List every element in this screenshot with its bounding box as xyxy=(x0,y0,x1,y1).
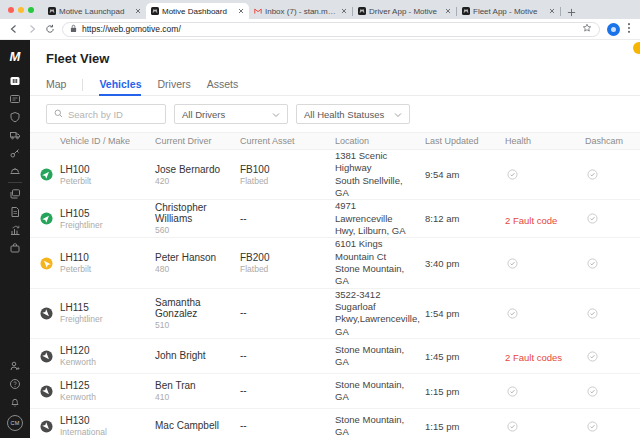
table-row[interactable]: LH100 Peterbilt Jose Bernardo 420 FB100 … xyxy=(30,150,640,200)
search-input[interactable]: Search by ID xyxy=(46,104,166,124)
sidebar-item-id-card-icon[interactable] xyxy=(9,93,21,105)
dashcam-status-icon xyxy=(585,421,640,432)
sidebar-item-truck-icon[interactable] xyxy=(9,129,21,141)
vehicle-status-icon xyxy=(40,350,60,363)
browser-menu-icon[interactable] xyxy=(627,20,631,38)
driver-name: Peter Hanson xyxy=(155,252,240,263)
tab-close-icon[interactable] xyxy=(238,8,244,14)
sidebar-item-fleet-view[interactable] xyxy=(9,75,21,87)
driver-number: 560 xyxy=(155,225,240,235)
tab-title: Motive Launchpad xyxy=(59,7,132,16)
tab-vehicles[interactable]: Vehicles xyxy=(99,75,141,96)
vehicle-make: Peterbilt xyxy=(60,264,155,274)
asset-id: -- xyxy=(240,385,335,396)
last-updated: 8:12 am xyxy=(425,213,505,224)
reload-icon[interactable] xyxy=(45,20,55,38)
table-header: Vehicle ID / Make Current Driver Current… xyxy=(30,132,640,150)
app-sidebar: M xyxy=(0,40,30,438)
window-controls xyxy=(0,0,43,19)
health-status xyxy=(505,308,585,319)
vehicle-make: Peterbilt xyxy=(60,176,155,186)
tab-close-icon[interactable] xyxy=(341,8,347,14)
last-updated: 1:54 pm xyxy=(425,308,505,319)
location: 6101 Kings Mountain CtStone Mountain, GA xyxy=(335,238,425,287)
window-close-button[interactable] xyxy=(8,7,14,13)
driver-filter-dropdown[interactable]: All Drivers xyxy=(174,104,288,124)
browser-tab-motive-launchpad[interactable]: Motive Launchpad xyxy=(43,3,146,19)
vehicle-id: LH120 xyxy=(60,345,155,356)
sidebar-item-document-icon[interactable] xyxy=(9,206,21,218)
vehicle-table: LH100 Peterbilt Jose Bernardo 420 FB100 … xyxy=(30,150,640,438)
health-filter-dropdown[interactable]: All Health Statuses xyxy=(296,104,410,124)
tab-drivers[interactable]: Drivers xyxy=(157,75,190,96)
location: Stone Mountain, GA xyxy=(335,344,425,369)
vehicle-id: LH115 xyxy=(60,302,155,313)
vehicle-status-icon xyxy=(40,420,60,433)
driver-number: 410 xyxy=(155,392,240,402)
browser-profile-avatar[interactable] xyxy=(607,23,620,36)
tab-map[interactable]: Map xyxy=(46,75,66,96)
vehicle-make: Freightliner xyxy=(60,314,155,324)
tab-divider xyxy=(82,79,83,91)
address-bar[interactable]: https://web.gomotive.com/ xyxy=(62,22,600,37)
driver-name: Mac Campbell xyxy=(155,420,240,431)
table-row[interactable]: LH105 Freightliner Christopher Williams … xyxy=(30,200,640,238)
dashcam-status-icon xyxy=(585,258,640,269)
health-status: 2 Fault code xyxy=(505,210,585,228)
user-avatar[interactable]: CM xyxy=(7,415,23,431)
column-dashcam: Dashcam xyxy=(585,136,640,146)
dashcam-status-icon xyxy=(585,213,640,224)
tab-close-icon[interactable] xyxy=(549,8,555,14)
last-updated: 1:45 pm xyxy=(425,351,505,362)
health-filter-value: All Health Statuses xyxy=(304,109,384,120)
table-row[interactable]: LH110 Peterbilt Peter Hanson 480 FB200 F… xyxy=(30,238,640,288)
column-current-asset: Current Asset xyxy=(240,136,335,146)
back-icon[interactable] xyxy=(9,20,19,38)
sidebar-item-briefcase-icon[interactable] xyxy=(9,242,21,254)
chevron-down-icon xyxy=(394,109,402,120)
tab-close-icon[interactable] xyxy=(445,8,451,14)
browser-tab-fleet-app[interactable]: Fleet App - Motive xyxy=(457,3,560,19)
vehicle-make: Freightliner xyxy=(60,220,155,230)
tab-assets[interactable]: Assets xyxy=(207,75,239,96)
bell-icon[interactable] xyxy=(9,396,21,408)
driver-name: Ben Tran xyxy=(155,380,240,391)
location: Stone Mountain, GA xyxy=(335,414,425,438)
location: 4971 LawrencevilleHwy, Lilburn, GA xyxy=(335,200,425,237)
notification-beacon xyxy=(633,42,640,54)
table-row[interactable]: LH125 Kenworth Ben Tran 410 -- Stone Mou… xyxy=(30,374,640,409)
bookmark-star-icon[interactable] xyxy=(582,23,592,35)
sidebar-item-hard-hat-icon[interactable] xyxy=(9,165,21,177)
browser-tab-strip: Motive Launchpad Motive Dashboard Inbox … xyxy=(0,0,640,19)
driver-name: Christopher Williams xyxy=(155,202,240,224)
asset-id: -- xyxy=(240,213,335,224)
driver-filter-value: All Drivers xyxy=(182,109,225,120)
tab-close-icon[interactable] xyxy=(135,8,141,14)
sidebar-item-copy-cards-icon[interactable] xyxy=(9,188,21,200)
dashcam-status-icon xyxy=(585,308,640,319)
browser-tab-driver-app[interactable]: Driver App - Motive xyxy=(353,3,456,19)
vehicle-id: LH130 xyxy=(60,415,155,426)
column-health: Health xyxy=(505,136,585,146)
browser-tab-motive-dashboard[interactable]: Motive Dashboard xyxy=(146,3,249,19)
sidebar-item-chart-icon[interactable] xyxy=(9,224,21,236)
add-user-icon[interactable] xyxy=(9,360,21,372)
table-row[interactable]: LH130 International Mac Campbell -- Ston… xyxy=(30,409,640,438)
help-icon[interactable] xyxy=(9,378,21,390)
sidebar-item-key-icon[interactable] xyxy=(9,147,21,159)
search-icon xyxy=(54,109,63,120)
sidebar-item-shield-icon[interactable] xyxy=(9,111,21,123)
browser-toolbar: https://web.gomotive.com/ xyxy=(0,19,640,40)
vehicle-status-icon xyxy=(40,307,60,320)
new-tab-button[interactable] xyxy=(567,8,576,17)
browser-tab-gmail-inbox[interactable]: Inbox (7) - stan.marshal@trucki xyxy=(249,3,352,19)
asset-id: -- xyxy=(240,420,335,431)
window-maximize-button[interactable] xyxy=(28,7,34,13)
window-minimize-button[interactable] xyxy=(18,7,24,13)
table-row[interactable]: LH120 Kenworth John Bright -- Stone Moun… xyxy=(30,339,640,374)
motive-favicon-icon xyxy=(151,7,159,15)
forward-icon[interactable] xyxy=(27,20,37,38)
table-row[interactable]: LH115 Freightliner Samantha Gonzalez 510… xyxy=(30,289,640,339)
filter-bar: Search by ID All Drivers All Health Stat… xyxy=(30,96,640,132)
gmail-favicon-icon xyxy=(254,7,262,15)
